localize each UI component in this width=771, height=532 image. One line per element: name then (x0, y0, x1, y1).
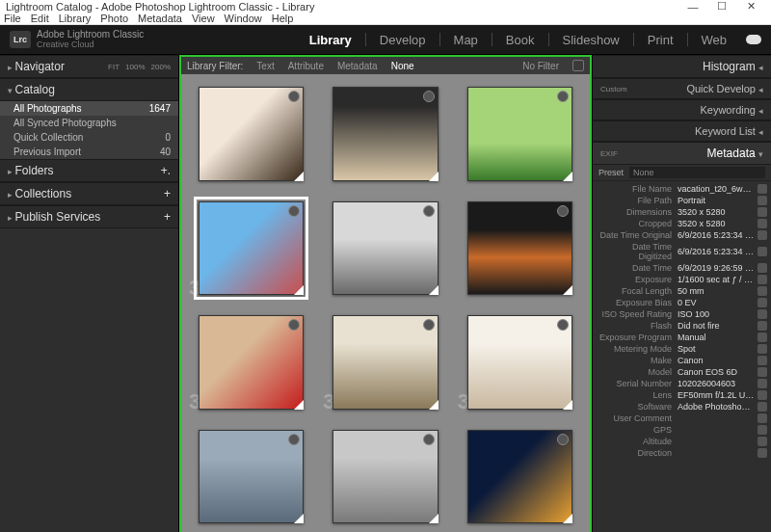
menu-photo[interactable]: Photo (100, 13, 128, 24)
metadata-row: Date Time Original6/9/2016 5:23:34 PM (597, 229, 767, 241)
module-book[interactable]: Book (506, 33, 535, 47)
filter-metadata[interactable]: Metadata (337, 61, 378, 71)
metadata-header[interactable]: EXIFMetadata ▾ (593, 142, 771, 165)
meta-key: Exposure (597, 275, 678, 284)
thumbnail[interactable] (332, 430, 438, 523)
goto-icon[interactable] (758, 263, 767, 273)
grid-cell[interactable] (454, 78, 586, 190)
menu-help[interactable]: Help (272, 13, 294, 24)
goto-icon[interactable] (758, 207, 767, 217)
thumbnail[interactable] (199, 315, 304, 409)
goto-icon[interactable] (758, 448, 767, 458)
goto-icon[interactable] (758, 402, 767, 412)
lock-icon[interactable] (572, 60, 584, 71)
catalog-header[interactable]: ▾ Catalog (0, 78, 178, 101)
grid-cell[interactable] (454, 420, 586, 532)
module-slideshow[interactable]: Slideshow (563, 33, 620, 47)
menu-file[interactable]: File (4, 13, 21, 24)
filter-none[interactable]: None (391, 61, 414, 71)
goto-icon[interactable] (758, 356, 767, 365)
goto-icon[interactable] (758, 184, 767, 194)
goto-icon[interactable] (758, 286, 767, 296)
module-web[interactable]: Web (702, 33, 728, 47)
keywording-header[interactable]: Keywording ◂ (593, 99, 771, 120)
catalog-quick[interactable]: Quick Collection0 (0, 130, 178, 145)
catalog-all-photos[interactable]: All Photographs1647 (0, 101, 178, 116)
metadata-row: ModelCanon EOS 6D (597, 366, 767, 378)
module-map[interactable]: Map (454, 33, 478, 47)
thumbnail[interactable] (467, 201, 572, 295)
menu-window[interactable]: Window (225, 13, 262, 24)
app-logo: Lrc (10, 31, 31, 48)
catalog-previous[interactable]: Previous Import40 (0, 145, 178, 159)
goto-icon[interactable] (758, 247, 767, 256)
thumbnail[interactable] (332, 315, 438, 409)
module-develop[interactable]: Develop (380, 33, 426, 47)
thumbnail[interactable] (467, 87, 572, 180)
module-print[interactable]: Print (648, 33, 674, 47)
goto-icon[interactable] (758, 413, 767, 423)
filter-attribute[interactable]: Attribute (288, 61, 324, 71)
metadata-preset[interactable]: PresetNone (593, 165, 771, 181)
goto-icon[interactable] (758, 390, 767, 400)
goto-icon[interactable] (758, 298, 767, 307)
goto-icon[interactable] (758, 196, 767, 205)
thumbnail-selected[interactable] (199, 201, 304, 295)
minimize-button[interactable]: — (678, 1, 707, 13)
menu-view[interactable]: View (192, 13, 215, 24)
grid-cell[interactable] (319, 78, 451, 190)
goto-icon[interactable] (758, 275, 767, 284)
goto-icon[interactable] (758, 230, 767, 240)
catalog-synced[interactable]: All Synced Photographs (0, 116, 178, 130)
grid-cell[interactable] (185, 420, 317, 532)
goto-icon[interactable] (758, 332, 767, 342)
badge-icon (557, 434, 569, 445)
filter-preset[interactable]: No Filter (522, 61, 559, 71)
goto-icon[interactable] (758, 367, 767, 377)
left-panel: ▸ Navigator FIT 100% 200% ▾ Catalog All … (0, 55, 179, 532)
grid-cell[interactable] (319, 420, 451, 532)
menu-edit[interactable]: Edit (31, 13, 49, 24)
thumbnail[interactable] (332, 87, 438, 180)
meta-key: GPS (597, 425, 678, 435)
grid-cell[interactable] (319, 192, 451, 304)
filter-text[interactable]: Text (256, 61, 274, 71)
thumbnail[interactable] (332, 201, 438, 295)
goto-icon[interactable] (758, 379, 767, 388)
close-button[interactable]: ✕ (736, 0, 765, 13)
catalog-list: All Photographs1647 All Synced Photograp… (0, 101, 178, 159)
goto-icon[interactable] (758, 437, 767, 446)
thumbnail[interactable] (467, 430, 572, 523)
collections-header[interactable]: ▸ Collections+ (0, 182, 178, 205)
histogram-header[interactable]: Histogram ◂ (593, 55, 771, 78)
menu-library[interactable]: Library (59, 13, 92, 24)
goto-icon[interactable] (758, 309, 767, 319)
module-library[interactable]: Library (309, 33, 352, 47)
keywordlist-header[interactable]: Keyword List ◂ (593, 120, 771, 142)
grid-view[interactable]: 32 34 35 36 (179, 74, 592, 532)
navigator-header[interactable]: ▸ Navigator FIT 100% 200% (0, 55, 178, 78)
thumbnail[interactable] (199, 87, 304, 180)
grid-cell[interactable]: 34 (185, 306, 317, 418)
grid-cell[interactable]: 36 (454, 306, 586, 418)
folders-header[interactable]: ▸ Folders+. (0, 159, 178, 182)
metadata-row: Date Time6/9/2019 9:26:59 PM (597, 262, 767, 274)
meta-key: Lens (597, 390, 678, 400)
thumbnail[interactable] (467, 315, 572, 409)
thumbnail[interactable] (199, 430, 304, 523)
goto-icon[interactable] (758, 219, 767, 228)
goto-icon[interactable] (758, 425, 767, 435)
goto-icon[interactable] (758, 344, 767, 354)
grid-cell[interactable] (454, 192, 586, 304)
grid-cell[interactable] (185, 78, 317, 190)
meta-key: Date Time (597, 263, 678, 273)
publish-header[interactable]: ▸ Publish Services+ (0, 205, 178, 228)
quickdev-header[interactable]: CustomQuick Develop ◂ (593, 78, 771, 99)
menu-metadata[interactable]: Metadata (138, 13, 182, 24)
maximize-button[interactable]: ☐ (707, 0, 736, 13)
grid-cell[interactable]: 32 (185, 192, 317, 304)
goto-icon[interactable] (758, 321, 767, 331)
grid-cell[interactable]: 35 (319, 306, 451, 418)
metadata-row: File PathPortrait (597, 195, 767, 206)
cloud-sync-icon[interactable] (746, 35, 761, 44)
